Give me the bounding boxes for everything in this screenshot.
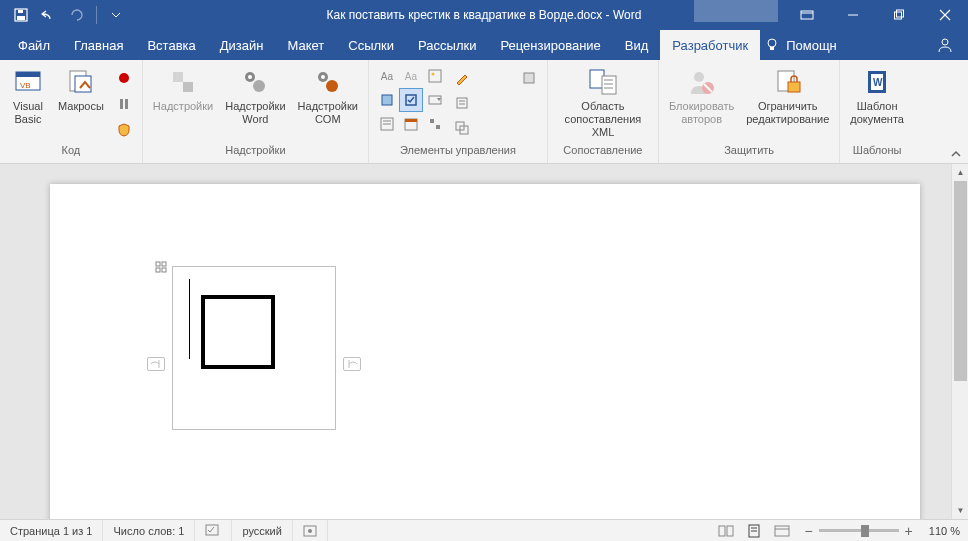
- combo-box-control-button[interactable]: [424, 89, 446, 111]
- wrap-right-icon: [344, 358, 360, 370]
- svg-rect-46: [602, 76, 616, 94]
- svg-point-10: [942, 39, 948, 45]
- tab-insert[interactable]: Вставка: [135, 30, 207, 60]
- zoom-thumb[interactable]: [861, 525, 869, 537]
- tab-view[interactable]: Вид: [613, 30, 661, 60]
- tab-developer[interactable]: Разработчик: [660, 30, 760, 60]
- com-addins-button[interactable]: Надстройки COM: [294, 64, 362, 128]
- addins-icon: [167, 66, 199, 98]
- spell-check-status[interactable]: [195, 520, 232, 541]
- addins-label: Надстройки: [153, 100, 213, 113]
- macro-rec-icon: [303, 524, 317, 538]
- tab-review[interactable]: Рецензирование: [488, 30, 612, 60]
- spellcheck-icon: [205, 524, 221, 538]
- wrap-handle-left[interactable]: [147, 357, 165, 371]
- tab-mailings[interactable]: Рассылки: [406, 30, 488, 60]
- pause-icon: [116, 96, 132, 112]
- tell-me[interactable]: Помощн: [764, 30, 837, 60]
- group-mapping: Область сопоставления XML Сопоставление: [548, 60, 659, 163]
- account-placeholder[interactable]: [694, 0, 778, 22]
- picture-control-button[interactable]: [424, 65, 446, 87]
- group-mapping-label: Сопоставление: [563, 144, 642, 160]
- window-controls: [694, 0, 968, 30]
- tab-design[interactable]: Дизайн: [208, 30, 276, 60]
- tab-references[interactable]: Ссылки: [336, 30, 406, 60]
- group-addins-label: Надстройки: [225, 144, 285, 160]
- chevron-up-icon: [950, 148, 962, 160]
- svg-rect-3: [801, 11, 813, 19]
- pause-recording-button[interactable]: [113, 93, 135, 115]
- svg-point-8: [768, 39, 776, 47]
- document-page[interactable]: [50, 184, 920, 519]
- maximize-button[interactable]: [876, 0, 922, 30]
- macros-button[interactable]: Макросы: [54, 64, 108, 115]
- zoom-level[interactable]: 110 %: [921, 525, 968, 537]
- save-button[interactable]: [8, 3, 34, 27]
- svg-rect-7: [897, 10, 904, 17]
- wrap-handle-right[interactable]: [343, 357, 361, 371]
- design-mode-button[interactable]: [452, 67, 512, 89]
- share-button[interactable]: [922, 30, 968, 60]
- restrict-editing-button[interactable]: Ограничить редактирование: [742, 64, 833, 128]
- rich-text-control-button[interactable]: Aa: [376, 65, 398, 87]
- vertical-scrollbar[interactable]: ▲ ▼: [951, 164, 968, 519]
- tab-layout[interactable]: Макет: [275, 30, 336, 60]
- svg-rect-61: [162, 268, 166, 272]
- page-number-status[interactable]: Страница 1 из 1: [0, 520, 103, 541]
- ribbon-display-button[interactable]: [784, 0, 830, 30]
- read-icon: [718, 524, 734, 538]
- drawing-canvas[interactable]: [172, 266, 336, 430]
- word-count-status[interactable]: Число слов: 1: [103, 520, 195, 541]
- collapse-ribbon-button[interactable]: [950, 148, 962, 160]
- xml-mapping-button[interactable]: Область сопоставления XML: [554, 64, 652, 142]
- web-layout-button[interactable]: [768, 520, 796, 541]
- ribbon-tabs: Файл Главная Вставка Дизайн Макет Ссылки…: [0, 30, 968, 60]
- title-bar: Как поставить крестик в квадратике в Вор…: [0, 0, 968, 30]
- visual-basic-label: Visual Basic: [13, 100, 43, 126]
- document-area[interactable]: ▲ ▼: [0, 164, 968, 519]
- dropdown-control-button[interactable]: [376, 113, 398, 135]
- svg-rect-19: [173, 72, 183, 82]
- svg-rect-36: [405, 119, 417, 122]
- read-mode-button[interactable]: [712, 520, 740, 541]
- repeating-section-control-button[interactable]: [424, 113, 446, 135]
- group-addins: Надстройки Надстройки Word Надстройки CO…: [143, 60, 369, 163]
- macro-status[interactable]: [293, 520, 328, 541]
- zoom-in-button[interactable]: +: [905, 523, 913, 539]
- macro-security-button[interactable]: [113, 119, 135, 141]
- legacy-tools-button[interactable]: [518, 67, 540, 89]
- record-macro-button[interactable]: [113, 67, 135, 89]
- record-icon: [116, 70, 132, 86]
- checkbox-control-button[interactable]: [400, 89, 422, 111]
- properties-button[interactable]: [452, 92, 512, 114]
- document-template-button[interactable]: W Шаблон документа: [846, 64, 908, 128]
- checkbox-shape[interactable]: [201, 295, 275, 369]
- plain-text-control-button[interactable]: Aa: [400, 65, 422, 87]
- close-button[interactable]: [922, 0, 968, 30]
- qat-customize-button[interactable]: [103, 3, 129, 27]
- scroll-up-button[interactable]: ▲: [952, 164, 968, 181]
- print-layout-button[interactable]: [740, 520, 768, 541]
- macros-label: Макросы: [58, 100, 104, 113]
- scroll-down-button[interactable]: ▼: [952, 502, 968, 519]
- zoom-track[interactable]: [819, 529, 899, 532]
- close-icon: [939, 9, 951, 21]
- ribbon: VB Visual Basic Макросы Код Надстройки: [0, 60, 968, 164]
- undo-button[interactable]: [36, 3, 62, 27]
- zoom-out-button[interactable]: −: [804, 523, 812, 539]
- restrict-icon: [772, 66, 804, 98]
- visual-basic-button[interactable]: VB Visual Basic: [6, 64, 50, 128]
- redo-button[interactable]: [64, 3, 90, 27]
- tab-file[interactable]: Файл: [6, 30, 62, 60]
- language-status[interactable]: русский: [232, 520, 292, 541]
- scroll-thumb[interactable]: [954, 181, 967, 381]
- group-controls-button[interactable]: [452, 117, 512, 139]
- minimize-button[interactable]: [830, 0, 876, 30]
- tab-home[interactable]: Главная: [62, 30, 135, 60]
- date-picker-control-button[interactable]: [400, 113, 422, 135]
- word-addins-button[interactable]: Надстройки Word: [221, 64, 289, 128]
- svg-point-16: [119, 73, 129, 83]
- web-icon: [774, 524, 790, 538]
- building-block-control-button[interactable]: [376, 89, 398, 111]
- svg-point-50: [694, 72, 704, 82]
